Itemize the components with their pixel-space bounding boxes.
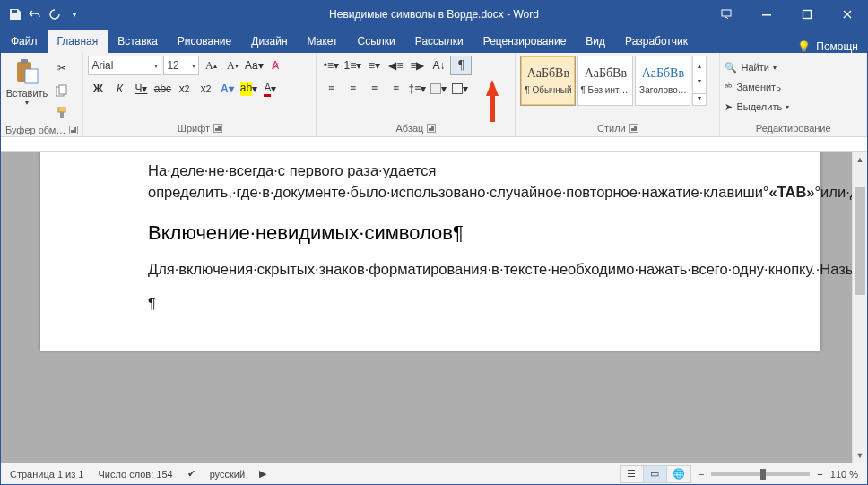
font-launcher[interactable]	[213, 124, 222, 133]
find-button[interactable]: 🔍Найти▾	[725, 58, 776, 76]
scroll-down-icon[interactable]: ▼	[853, 447, 867, 463]
numbering-icon[interactable]: 1≡▾	[343, 56, 362, 75]
tab-developer[interactable]: Разработчик	[615, 30, 698, 53]
horizontal-ruler[interactable]	[1, 137, 867, 152]
tab-file[interactable]: Файл	[1, 30, 48, 53]
text-effects-icon[interactable]: A▾	[217, 79, 237, 99]
document-page[interactable]: На·деле·не·всегда·с первого раза·удается…	[40, 152, 820, 351]
shading-icon[interactable]: ▾	[429, 79, 448, 99]
minimize-icon[interactable]	[746, 1, 786, 28]
superscript-button[interactable]: x2	[195, 79, 215, 99]
read-mode-icon[interactable]: ☰	[621, 466, 644, 482]
paragraph-3[interactable]: ¶	[148, 293, 799, 315]
copy-icon[interactable]	[52, 81, 72, 100]
paragraph-launcher[interactable]	[427, 124, 436, 133]
zoom-slider[interactable]	[711, 472, 810, 476]
style-heading[interactable]: АаБбВв Заголово…	[635, 56, 690, 106]
word-count[interactable]: Число слов: 154	[98, 469, 172, 480]
tell-me[interactable]: 💡 Помощн	[797, 40, 867, 53]
ribbon-options-icon[interactable]	[706, 1, 746, 28]
tab-references[interactable]: Ссылки	[348, 30, 405, 53]
paste-icon	[13, 57, 41, 86]
web-layout-icon[interactable]: 🌐	[667, 466, 690, 482]
font-size-combo[interactable]: 12▾	[163, 56, 199, 75]
zoom-out-button[interactable]: −	[699, 469, 704, 480]
line-spacing-icon[interactable]: ‡≡▾	[407, 79, 427, 99]
tab-design[interactable]: Дизайн	[241, 30, 297, 53]
decrease-indent-icon[interactable]: ◀≡	[386, 56, 405, 75]
qat-customize-icon[interactable]: ▾	[65, 5, 83, 23]
show-hide-button[interactable]: ¶	[450, 56, 472, 75]
styles-scroll[interactable]: ▴ ▾ ▾	[692, 56, 707, 106]
proofing-icon[interactable]: ✔	[187, 468, 195, 480]
close-icon[interactable]	[827, 1, 867, 28]
replace-button[interactable]: ᵃᵇЗаменить	[725, 78, 780, 96]
style-normal[interactable]: АаБбВв ¶ Обычный	[520, 56, 576, 106]
bullets-icon[interactable]: •≡▾	[321, 56, 341, 75]
heading-1[interactable]: Включение·невидимых·символов¶	[148, 221, 799, 245]
increase-indent-icon[interactable]: ≡▶	[407, 56, 427, 75]
align-right-icon[interactable]: ≡	[364, 79, 384, 99]
select-button[interactable]: ➤Выделить▾	[725, 98, 789, 116]
undo-icon[interactable]	[26, 5, 44, 23]
tab-insert[interactable]: Вставка	[108, 30, 168, 53]
clipboard-launcher[interactable]	[69, 126, 78, 134]
clipboard-group-label: Буфер обм…	[5, 125, 65, 135]
scroll-up-icon[interactable]: ▲	[853, 152, 867, 167]
tab-view[interactable]: Вид	[576, 30, 615, 53]
strike-button[interactable]: abc	[152, 79, 172, 99]
tab-home[interactable]: Главная	[48, 30, 108, 53]
page-indicator[interactable]: Страница 1 из 1	[10, 469, 83, 480]
font-name-combo[interactable]: Arial▾	[88, 56, 161, 75]
language-indicator[interactable]: русский	[210, 469, 245, 480]
grow-font-icon[interactable]: A▴	[201, 56, 221, 75]
underline-button[interactable]: Ч▾	[131, 79, 151, 99]
scroll-thumb[interactable]	[855, 187, 865, 295]
format-painter-icon[interactable]	[52, 103, 72, 123]
tab-mailings[interactable]: Рассылки	[405, 30, 473, 53]
svg-rect-2	[803, 11, 811, 19]
font-color-icon[interactable]: A▾	[260, 79, 280, 99]
svg-rect-0	[722, 10, 731, 16]
font-group-label: Шрифт	[178, 123, 210, 134]
paragraph-group: •≡▾ 1≡▾ ≡▾ ◀≡ ≡▶ A↓ ¶ ≡ ≡ ≡ ≡ ‡≡▾ ▾ ▾ Аб…	[317, 53, 516, 136]
svg-rect-4	[21, 59, 28, 64]
highlight-icon[interactable]: ab▾	[239, 79, 258, 99]
paste-button[interactable]: Вставить ▾	[5, 56, 48, 107]
tab-draw[interactable]: Рисование	[168, 30, 241, 53]
styles-group-label: Стили	[597, 123, 626, 134]
tab-layout[interactable]: Макет	[298, 30, 348, 53]
tell-me-label: Помощн	[816, 40, 858, 53]
macro-icon[interactable]: ▶	[259, 468, 266, 480]
cut-icon[interactable]: ✂	[52, 58, 72, 78]
window-controls	[706, 1, 867, 28]
quick-access-toolbar: ▾	[1, 5, 83, 23]
bold-button[interactable]: Ж	[88, 79, 108, 99]
redo-icon[interactable]	[46, 5, 64, 23]
save-icon[interactable]	[6, 5, 24, 23]
align-left-icon[interactable]: ≡	[321, 79, 341, 99]
style-no-spacing[interactable]: АаБбВв ¶ Без инте…	[577, 56, 633, 106]
tab-review[interactable]: Рецензирование	[473, 30, 577, 53]
print-layout-icon[interactable]: ▭	[644, 466, 667, 482]
vertical-scrollbar[interactable]: ▲ ▼	[852, 152, 867, 463]
styles-launcher[interactable]	[629, 124, 638, 133]
borders-icon[interactable]: ▾	[450, 79, 470, 99]
maximize-icon[interactable]	[786, 1, 827, 28]
clear-format-icon[interactable]: A̷	[265, 56, 285, 75]
justify-icon[interactable]: ≡	[386, 79, 405, 99]
italic-button[interactable]: К	[109, 79, 129, 99]
document-area: На·деле·не·всегда·с первого раза·удается…	[1, 152, 867, 463]
change-case-icon[interactable]: Aa▾	[244, 56, 264, 75]
paragraph-2[interactable]: Для·включения·скрытых·знаков·форматирова…	[148, 259, 799, 281]
zoom-level[interactable]: 110 %	[830, 469, 858, 480]
editing-group-label: Редактирование	[756, 123, 831, 134]
paragraph-1[interactable]: На·деле·не·всегда·с первого раза·удается…	[148, 160, 799, 204]
multilevel-icon[interactable]: ≡▾	[364, 56, 384, 75]
align-center-icon[interactable]: ≡	[343, 79, 362, 99]
subscript-button[interactable]: x2	[174, 79, 194, 99]
shrink-font-icon[interactable]: A▾	[222, 56, 242, 75]
zoom-in-button[interactable]: +	[817, 469, 822, 480]
sort-icon[interactable]: A↓	[429, 56, 448, 75]
ribbon: Вставить ▾ ✂ Буфер обм… Arial▾ 12▾ A▴ A▾…	[1, 53, 867, 137]
